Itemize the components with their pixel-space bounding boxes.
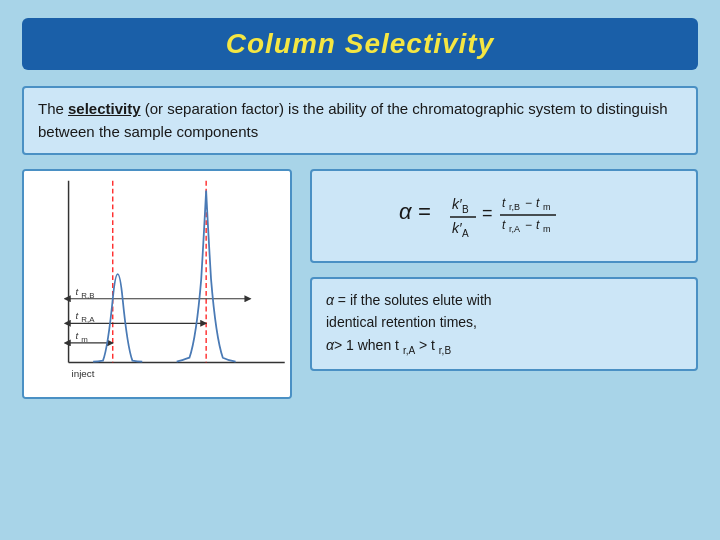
description-box: The selectivity (or separation factor) i…	[22, 86, 698, 155]
svg-text:r,A: r,A	[509, 224, 520, 234]
svg-text:m: m	[81, 335, 88, 344]
svg-text:−: −	[525, 218, 532, 232]
svg-text:R,A: R,A	[81, 315, 95, 324]
desc-part1: The	[38, 100, 68, 117]
svg-text:t: t	[536, 218, 540, 232]
slide-title: Column Selectivity	[226, 28, 495, 59]
formula-svg: α = k′ B k′ A = t r,B − t m t	[394, 181, 614, 251]
svg-text:m: m	[543, 202, 551, 212]
chromatogram-svg: t m t R,A t R,B inject	[24, 171, 290, 397]
alpha-line2: identical retention times,	[326, 314, 477, 330]
svg-text:t: t	[502, 196, 506, 210]
svg-text:inject: inject	[72, 368, 95, 379]
alpha-description-box: α = if the solutes elute with identical …	[310, 277, 698, 371]
bottom-area: t m t R,A t R,B inject	[22, 169, 698, 399]
keyword: selectivity	[68, 100, 141, 117]
formula-box: α = k′ B k′ A = t r,B − t m t	[310, 169, 698, 263]
chromatogram-box: t m t R,A t R,B inject	[22, 169, 292, 399]
svg-text:t: t	[502, 218, 506, 232]
svg-text:m: m	[543, 224, 551, 234]
svg-text:=: =	[482, 203, 493, 223]
svg-text:t: t	[536, 196, 540, 210]
right-panel: α = k′ B k′ A = t r,B − t m t	[310, 169, 698, 371]
title-bar: Column Selectivity	[22, 18, 698, 70]
svg-text:−: −	[525, 196, 532, 210]
slide: Column Selectivity The selectivity (or s…	[0, 0, 720, 540]
svg-text:α =: α =	[399, 199, 431, 224]
svg-text:A: A	[462, 228, 469, 239]
svg-text:r,B: r,B	[509, 202, 520, 212]
alpha-line1: α = if the solutes elute with	[326, 292, 492, 308]
svg-text:B: B	[462, 204, 469, 215]
alpha-line3: α> 1 when t r,A > t r,B	[326, 337, 451, 353]
svg-text:R,B: R,B	[81, 291, 94, 300]
